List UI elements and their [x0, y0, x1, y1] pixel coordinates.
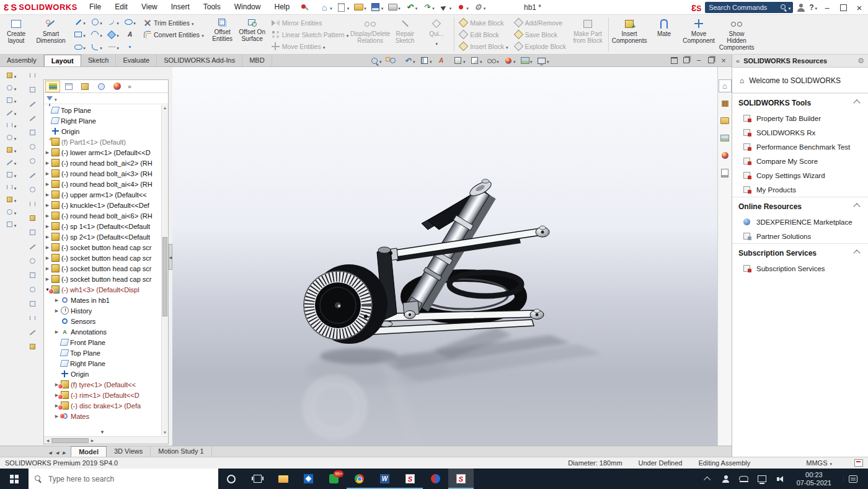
mirror-entities-button[interactable]: Mirror Entities: [270, 17, 350, 29]
tree-item[interactable]: (-) upper arm<1> (Default<<: [44, 189, 161, 200]
rectangle-tool-icon[interactable]: [28, 128, 37, 137]
plane-tool-icon[interactable]: [28, 299, 37, 308]
featuremanager-tab-icon[interactable]: [45, 81, 60, 92]
mate-icon[interactable]: [5, 83, 17, 92]
hide-show-items-icon[interactable]: [486, 56, 501, 65]
menu-item[interactable]: Tools: [198, 0, 226, 14]
section-solidworks-tools[interactable]: SOLIDWORKS Tools: [732, 93, 868, 111]
command-tab[interactable]: Evaluate: [116, 55, 157, 66]
task-pane-item[interactable]: Subscription Services: [732, 261, 868, 276]
solidworks-active-app-icon[interactable]: [448, 469, 474, 489]
macro-record-icon[interactable]: [454, 1, 470, 14]
section-online-resources[interactable]: Online Resources: [732, 197, 868, 215]
instant3d-icon[interactable]: [5, 207, 17, 217]
smart-fasteners-icon[interactable]: [5, 108, 17, 117]
tree-expand-icon[interactable]: [44, 192, 51, 197]
solidworks-2019-app-icon[interactable]: [397, 469, 423, 489]
save-icon[interactable]: [369, 1, 385, 14]
doc-window-minimize-icon[interactable]: [694, 56, 703, 65]
task-pane-item[interactable]: Performance Benchmark Test: [732, 140, 868, 154]
insert-components-button[interactable]: Insert Components: [612, 16, 647, 53]
fillet-tool-button[interactable]: [88, 41, 105, 53]
tab-scroll-left-icon[interactable]: [48, 451, 51, 455]
doc-window-tile-icon[interactable]: [670, 56, 678, 65]
tree-item[interactable]: (-) socket button head cap scr: [44, 274, 161, 284]
task-pane-item[interactable]: Partner Solutions: [732, 229, 868, 243]
tree-expand-icon[interactable]: [44, 235, 51, 240]
offset-on-surface-button[interactable]: Offset On Surface: [238, 16, 267, 53]
centerline-tool-button[interactable]: [105, 41, 122, 53]
tree-item[interactable]: (-) sp 1<1> (Default<<Default: [44, 221, 161, 231]
tree-item[interactable]: (-) round head bolt_ai<6> (RH: [44, 210, 161, 221]
welcome-link[interactable]: Welcome to SOLIDWORKS: [732, 68, 868, 93]
line-tool-button[interactable]: [71, 16, 88, 29]
tree-item[interactable]: Origin: [44, 369, 161, 379]
tree-item[interactable]: (-) round head bolt_ai<2> (RH: [44, 158, 161, 168]
section-view-icon[interactable]: [419, 56, 434, 65]
move-component-icon[interactable]: [5, 120, 17, 130]
spline-tool-button[interactable]: [105, 16, 122, 29]
move-component-button[interactable]: Move Component: [681, 16, 716, 53]
doc-window-restore-icon[interactable]: [682, 56, 691, 65]
select-tool-icon[interactable]: [28, 71, 37, 80]
bill-of-materials-icon[interactable]: [5, 182, 17, 192]
tree-horizontal-scrollbar[interactable]: [44, 436, 168, 444]
zoom-to-area-icon[interactable]: [386, 56, 401, 65]
filter-caret-icon[interactable]: [55, 94, 57, 103]
propertymanager-tab-icon[interactable]: [61, 81, 76, 92]
onedrive-icon[interactable]: [739, 474, 749, 484]
text-tool-icon[interactable]: [28, 213, 37, 223]
line-tool-icon[interactable]: [28, 114, 37, 123]
tree-item[interactable]: (-) round head bolt_ai<3> (RH: [44, 168, 161, 179]
make-block-button[interactable]: Make Block: [458, 17, 509, 29]
insert-components-icon[interactable]: [5, 71, 17, 80]
user-account-icon[interactable]: [797, 3, 805, 12]
menu-item[interactable]: Window: [229, 0, 267, 14]
polygon-tool-button[interactable]: [105, 29, 122, 41]
doc-window-maximize-icon[interactable]: [707, 56, 715, 65]
menu-item[interactable]: Help: [268, 0, 295, 14]
collapse-section-icon[interactable]: [853, 249, 860, 256]
tree-item[interactable]: Mates in hb1: [44, 295, 161, 305]
linear-component-pattern-icon[interactable]: [5, 96, 17, 105]
home-icon[interactable]: [317, 1, 334, 14]
tree-item[interactable]: (-) socket button head cap scr: [44, 253, 161, 263]
file-explorer-app-icon[interactable]: [270, 469, 296, 489]
solidworks-resources-tab-icon[interactable]: [719, 79, 732, 92]
move-entities-button[interactable]: Move Entities: [270, 41, 350, 52]
axis-tool-icon[interactable]: [28, 313, 37, 323]
doc-window-close-icon[interactable]: [719, 56, 728, 65]
tree-item[interactable]: Origin: [44, 126, 161, 137]
tree-expand-icon[interactable]: [44, 256, 51, 261]
cortana-button[interactable]: [218, 469, 244, 489]
volume-icon[interactable]: [775, 474, 785, 484]
large-design-review-icon[interactable]: [5, 220, 17, 229]
dynamic-annotation-views-icon[interactable]: [436, 56, 451, 65]
network-icon[interactable]: [757, 474, 767, 484]
show-hidden-components-button[interactable]: Show Hidden Components: [719, 16, 754, 53]
displaymanager-tab-icon[interactable]: [110, 81, 125, 92]
custom-properties-tab-icon[interactable]: [719, 166, 732, 179]
make-part-from-block-button[interactable]: Make Part from Block: [570, 16, 605, 53]
command-search-input[interactable]: [707, 3, 778, 12]
design-library-tab-icon[interactable]: [719, 97, 732, 110]
exploded-view-icon[interactable]: [5, 195, 17, 204]
task-pane-item[interactable]: Compare My Score: [732, 154, 868, 168]
create-layout-button[interactable]: Create layout: [2, 16, 30, 53]
tree-item[interactable]: (-) socket button head cap scr: [44, 242, 161, 253]
insert-block-button[interactable]: Insert Block: [458, 41, 509, 52]
scroll-right-icon[interactable]: [89, 438, 96, 442]
filter-icon[interactable]: [46, 96, 53, 101]
edrawings-app-icon[interactable]: [423, 469, 448, 489]
circle-tool-icon[interactable]: [28, 142, 37, 151]
tree-item[interactable]: Top Plane: [44, 105, 161, 115]
spline-tool-icon[interactable]: [28, 171, 37, 180]
mirror-entities-tool-icon[interactable]: [28, 228, 37, 237]
tree-item[interactable]: Mates: [44, 411, 161, 421]
command-tab[interactable]: Sketch: [81, 55, 117, 66]
quick-snaps-button[interactable]: Qui...: [422, 16, 451, 53]
new-document-icon[interactable]: [335, 1, 351, 14]
task-pane-options-gear-icon[interactable]: [857, 56, 864, 65]
display-style-icon[interactable]: [469, 56, 484, 65]
tree-expand-icon[interactable]: [53, 308, 60, 313]
